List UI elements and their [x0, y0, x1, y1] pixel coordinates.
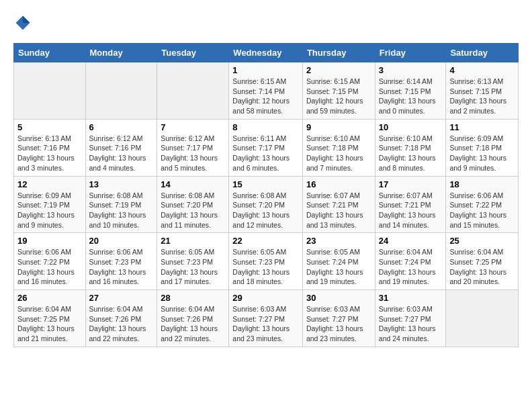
- day-cell: 6Sunrise: 6:12 AMSunset: 7:16 PMDaylight…: [85, 119, 157, 176]
- day-info: Sunrise: 6:03 AMSunset: 7:27 PMDaylight:…: [232, 304, 299, 344]
- day-number: 13: [89, 179, 154, 189]
- day-info: Sunrise: 6:09 AMSunset: 7:18 PMDaylight:…: [449, 134, 515, 173]
- day-number: 21: [161, 236, 225, 246]
- day-number: 2: [306, 65, 371, 75]
- day-number: 30: [306, 293, 371, 303]
- col-header-tuesday: Tuesday: [157, 44, 229, 62]
- day-cell: 29Sunrise: 6:03 AMSunset: 7:27 PMDayligh…: [229, 290, 303, 347]
- day-info: Sunrise: 6:05 AMSunset: 7:23 PMDaylight:…: [161, 247, 225, 287]
- day-info: Sunrise: 6:06 AMSunset: 7:22 PMDaylight:…: [449, 191, 515, 230]
- day-cell: 20Sunrise: 6:06 AMSunset: 7:23 PMDayligh…: [85, 233, 157, 290]
- day-number: 9: [306, 122, 371, 132]
- logo: [13, 13, 35, 32]
- day-number: 19: [17, 236, 82, 246]
- day-info: Sunrise: 6:04 AMSunset: 7:26 PMDaylight:…: [161, 304, 225, 344]
- day-number: 18: [449, 179, 515, 189]
- day-info: Sunrise: 6:08 AMSunset: 7:20 PMDaylight:…: [161, 191, 225, 230]
- day-number: 28: [161, 293, 225, 303]
- week-row-2: 5Sunrise: 6:13 AMSunset: 7:16 PMDaylight…: [14, 119, 519, 176]
- day-number: 31: [379, 293, 443, 303]
- day-cell: 9Sunrise: 6:10 AMSunset: 7:18 PMDaylight…: [302, 119, 375, 176]
- day-cell: 8Sunrise: 6:11 AMSunset: 7:17 PMDaylight…: [229, 119, 303, 176]
- day-info: Sunrise: 6:10 AMSunset: 7:18 PMDaylight:…: [306, 134, 371, 173]
- day-cell: 18Sunrise: 6:06 AMSunset: 7:22 PMDayligh…: [446, 176, 519, 233]
- day-number: 16: [306, 179, 371, 189]
- day-info: Sunrise: 6:13 AMSunset: 7:16 PMDaylight:…: [17, 134, 82, 173]
- day-info: Sunrise: 6:15 AMSunset: 7:15 PMDaylight:…: [306, 77, 371, 116]
- logo-icon: [13, 13, 32, 32]
- day-cell: 4Sunrise: 6:13 AMSunset: 7:15 PMDaylight…: [446, 62, 519, 120]
- day-number: 24: [379, 236, 443, 246]
- day-number: 25: [449, 236, 515, 246]
- day-number: 27: [89, 293, 154, 303]
- day-info: Sunrise: 6:04 AMSunset: 7:25 PMDaylight:…: [449, 247, 515, 287]
- day-info: Sunrise: 6:08 AMSunset: 7:19 PMDaylight:…: [89, 191, 154, 230]
- day-cell: [85, 62, 157, 120]
- day-number: 10: [379, 122, 443, 132]
- day-cell: 17Sunrise: 6:07 AMSunset: 7:21 PMDayligh…: [375, 176, 446, 233]
- day-number: 7: [161, 122, 225, 132]
- day-cell: 13Sunrise: 6:08 AMSunset: 7:19 PMDayligh…: [85, 176, 157, 233]
- day-cell: 10Sunrise: 6:10 AMSunset: 7:18 PMDayligh…: [375, 119, 446, 176]
- header-row: SundayMondayTuesdayWednesdayThursdayFrid…: [14, 44, 519, 62]
- col-header-thursday: Thursday: [302, 44, 375, 62]
- calendar-table: SundayMondayTuesdayWednesdayThursdayFrid…: [13, 43, 519, 347]
- week-row-4: 19Sunrise: 6:06 AMSunset: 7:22 PMDayligh…: [14, 233, 519, 290]
- day-cell: 16Sunrise: 6:07 AMSunset: 7:21 PMDayligh…: [302, 176, 375, 233]
- day-cell: 22Sunrise: 6:05 AMSunset: 7:23 PMDayligh…: [229, 233, 303, 290]
- day-info: Sunrise: 6:12 AMSunset: 7:16 PMDaylight:…: [89, 134, 154, 173]
- col-header-monday: Monday: [85, 44, 157, 62]
- day-cell: 25Sunrise: 6:04 AMSunset: 7:25 PMDayligh…: [446, 233, 519, 290]
- col-header-wednesday: Wednesday: [229, 44, 303, 62]
- day-info: Sunrise: 6:04 AMSunset: 7:24 PMDaylight:…: [379, 247, 443, 287]
- day-number: 5: [17, 122, 82, 132]
- day-info: Sunrise: 6:04 AMSunset: 7:26 PMDaylight:…: [89, 304, 154, 344]
- day-cell: [446, 290, 519, 347]
- day-info: Sunrise: 6:11 AMSunset: 7:17 PMDaylight:…: [232, 134, 299, 173]
- day-info: Sunrise: 6:06 AMSunset: 7:23 PMDaylight:…: [89, 247, 154, 287]
- day-cell: 2Sunrise: 6:15 AMSunset: 7:15 PMDaylight…: [302, 62, 375, 120]
- day-info: Sunrise: 6:07 AMSunset: 7:21 PMDaylight:…: [306, 191, 371, 230]
- day-number: 8: [232, 122, 299, 132]
- day-info: Sunrise: 6:12 AMSunset: 7:17 PMDaylight:…: [161, 134, 225, 173]
- day-info: Sunrise: 6:10 AMSunset: 7:18 PMDaylight:…: [379, 134, 443, 173]
- day-number: 6: [89, 122, 154, 132]
- day-cell: [14, 62, 86, 120]
- day-number: 14: [161, 179, 225, 189]
- day-number: 11: [449, 122, 515, 132]
- day-info: Sunrise: 6:03 AMSunset: 7:27 PMDaylight:…: [379, 304, 443, 344]
- day-cell: 31Sunrise: 6:03 AMSunset: 7:27 PMDayligh…: [375, 290, 446, 347]
- day-cell: 24Sunrise: 6:04 AMSunset: 7:24 PMDayligh…: [375, 233, 446, 290]
- day-number: 15: [232, 179, 299, 189]
- day-cell: 5Sunrise: 6:13 AMSunset: 7:16 PMDaylight…: [14, 119, 86, 176]
- day-cell: 3Sunrise: 6:14 AMSunset: 7:15 PMDaylight…: [375, 62, 446, 120]
- day-cell: 1Sunrise: 6:15 AMSunset: 7:14 PMDaylight…: [229, 62, 303, 120]
- day-cell: 15Sunrise: 6:08 AMSunset: 7:20 PMDayligh…: [229, 176, 303, 233]
- day-cell: 12Sunrise: 6:09 AMSunset: 7:19 PMDayligh…: [14, 176, 86, 233]
- day-cell: 11Sunrise: 6:09 AMSunset: 7:18 PMDayligh…: [446, 119, 519, 176]
- day-number: 20: [89, 236, 154, 246]
- week-row-3: 12Sunrise: 6:09 AMSunset: 7:19 PMDayligh…: [14, 176, 519, 233]
- day-info: Sunrise: 6:04 AMSunset: 7:25 PMDaylight:…: [17, 304, 82, 344]
- day-info: Sunrise: 6:05 AMSunset: 7:24 PMDaylight:…: [306, 247, 371, 287]
- day-number: 17: [379, 179, 443, 189]
- day-number: 1: [232, 65, 299, 75]
- page-header: [13, 13, 519, 32]
- day-number: 3: [379, 65, 443, 75]
- day-info: Sunrise: 6:13 AMSunset: 7:15 PMDaylight:…: [449, 77, 515, 116]
- day-number: 22: [232, 236, 299, 246]
- day-number: 23: [306, 236, 371, 246]
- day-info: Sunrise: 6:14 AMSunset: 7:15 PMDaylight:…: [379, 77, 443, 116]
- day-cell: 21Sunrise: 6:05 AMSunset: 7:23 PMDayligh…: [157, 233, 229, 290]
- day-info: Sunrise: 6:07 AMSunset: 7:21 PMDaylight:…: [379, 191, 443, 230]
- day-number: 12: [17, 179, 82, 189]
- col-header-saturday: Saturday: [446, 44, 519, 62]
- day-number: 26: [17, 293, 82, 303]
- day-info: Sunrise: 6:15 AMSunset: 7:14 PMDaylight:…: [232, 77, 299, 116]
- day-cell: 30Sunrise: 6:03 AMSunset: 7:27 PMDayligh…: [302, 290, 375, 347]
- day-info: Sunrise: 6:08 AMSunset: 7:20 PMDaylight:…: [232, 191, 299, 230]
- day-cell: 26Sunrise: 6:04 AMSunset: 7:25 PMDayligh…: [14, 290, 86, 347]
- day-info: Sunrise: 6:05 AMSunset: 7:23 PMDaylight:…: [232, 247, 299, 287]
- day-info: Sunrise: 6:03 AMSunset: 7:27 PMDaylight:…: [306, 304, 371, 344]
- day-cell: 28Sunrise: 6:04 AMSunset: 7:26 PMDayligh…: [157, 290, 229, 347]
